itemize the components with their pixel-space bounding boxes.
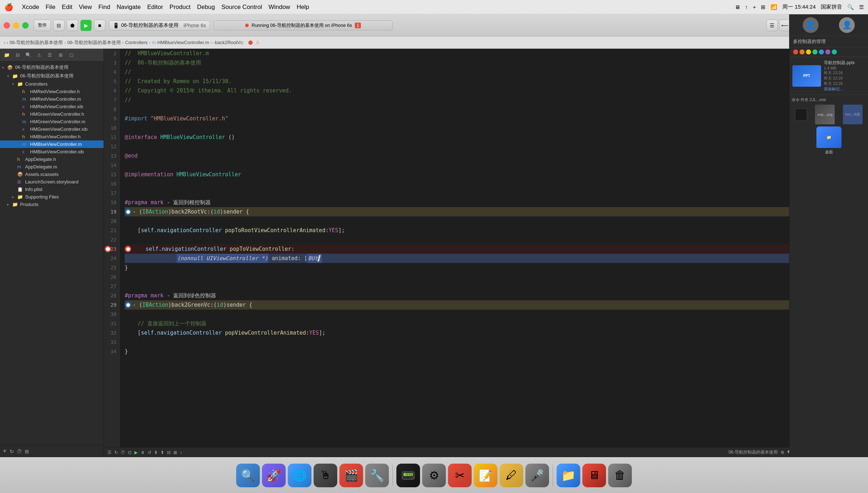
status-play-icon[interactable]: ▶: [134, 450, 138, 455]
menu-navigate[interactable]: Navigate: [117, 4, 141, 11]
status-icon4[interactable]: ⊡: [128, 450, 132, 455]
sidebar-item-products[interactable]: ▸ 📁 Products: [0, 201, 104, 208]
sidebar-item-launchscreen[interactable]: ⊞ LaunchScreen.storyboard: [0, 178, 104, 186]
color-dot-yellow[interactable]: [806, 49, 811, 54]
sidebar-item-hmred-xib[interactable]: x HMRedViewController.xib: [0, 103, 104, 110]
menu-list-icon[interactable]: ☰: [859, 4, 864, 10]
status-icon7[interactable]: ⊟: [167, 450, 171, 455]
sidebar-item-assets[interactable]: 📦 Assets.xcassets: [0, 171, 104, 178]
breadcrumb-part5[interactable]: -back2RootVc:: [214, 40, 244, 45]
run-btn[interactable]: ▶: [80, 20, 92, 31]
add-file-button[interactable]: +: [3, 447, 7, 455]
color-dot-orange[interactable]: [800, 49, 805, 54]
sidebar-item-hmblue-xib[interactable]: x HMBlueViewController.xib: [0, 148, 104, 155]
pptx-file-item[interactable]: PPT 导航控制器.pptx 1.4 MB 昨天 22:26 昨天 22:26 …: [792, 60, 865, 92]
dock-item-voice[interactable]: 🎤: [525, 464, 549, 487]
status-icon10[interactable]: ⚙: [781, 450, 784, 455]
breadcrumb-part4[interactable]: HMBlueViewController.m: [157, 40, 209, 45]
add-tag-link[interactable]: 添加标记...: [824, 86, 855, 92]
status-icon6[interactable]: ⬆: [161, 450, 164, 455]
dock-item-files[interactable]: 📁: [557, 464, 580, 487]
sidebar-folder-icon[interactable]: 📁: [2, 51, 11, 60]
dock-item-system-prefs[interactable]: ⚙: [422, 464, 446, 487]
close-button[interactable]: [4, 22, 10, 29]
dock-item-trash[interactable]: 🗑: [608, 464, 632, 487]
color-dot-blue[interactable]: [819, 49, 824, 54]
sidebar-item-supporting[interactable]: ▸ 📁 Supporting Files: [0, 193, 104, 201]
apple-logo-icon[interactable]: 🍎: [4, 3, 13, 11]
menu-file[interactable]: File: [46, 4, 55, 11]
color-dot-red[interactable]: [793, 49, 798, 54]
navigator-toggle[interactable]: ⊟: [53, 20, 65, 31]
status-icon5[interactable]: ⬇: [154, 450, 158, 455]
menu-help[interactable]: Help: [297, 4, 309, 11]
menu-find[interactable]: Find: [98, 4, 110, 11]
sidebar-search-icon[interactable]: 🔍: [24, 51, 33, 60]
breakpoint-btn[interactable]: ⬟: [67, 20, 78, 31]
menu-search-icon[interactable]: 🔍: [847, 4, 854, 10]
sidebar-item-hmred-h[interactable]: h HMRedViewController.h: [0, 88, 104, 95]
minimize-button[interactable]: [13, 22, 19, 29]
maximize-button[interactable]: [22, 22, 29, 29]
layout-btn1[interactable]: ☰: [766, 20, 778, 31]
dock-item-mouse[interactable]: 🖱: [314, 464, 337, 487]
menu-source-control[interactable]: Source Control: [221, 4, 262, 11]
dock-item-launchpad[interactable]: 🚀: [262, 464, 286, 487]
scheme-selector[interactable]: 📱 06-导航控制器的基本使用 iPhone 6s: [109, 20, 210, 30]
status-icon3[interactable]: ⏱: [121, 450, 125, 455]
sidebar-item-appdelegate-m[interactable]: m AppDelegate.m: [0, 163, 104, 171]
editor-content[interactable]: 2 3 4 5 6 7 8 9 10 11 12 13 14 15 16 17: [104, 49, 796, 447]
nav-prev[interactable]: ‹: [4, 40, 5, 45]
sidebar-item-hmgreen-m[interactable]: m HMGreenViewController.m: [0, 118, 104, 125]
sidebar-item-project-root[interactable]: ▾ 📦 06-导航控制器的基本使用: [0, 63, 104, 72]
breadcrumb-part2[interactable]: 06-导航控制器的基本使用: [67, 39, 121, 46]
breadcrumb-part1[interactable]: 06-导航控制器的基本使用: [10, 39, 63, 46]
sidebar-list-icon[interactable]: ⊞: [56, 51, 65, 60]
dock-item-media[interactable]: 🎬: [339, 464, 363, 487]
status-stop-icon[interactable]: ⏸: [140, 450, 145, 455]
desktop-folder[interactable]: 📁 桌面: [816, 126, 841, 155]
dock-item-pencil[interactable]: 🖊: [500, 464, 523, 487]
ios-item-thumb[interactable]: ios1...试题: [843, 105, 863, 124]
nav-next[interactable]: ›: [6, 40, 8, 45]
filter-icon[interactable]: ↻: [10, 449, 14, 454]
sidebar-item-hmred-m[interactable]: m HMRedViewController.m: [0, 95, 104, 103]
status-icon1[interactable]: ☰: [108, 450, 111, 455]
menu-edit[interactable]: Edit: [62, 4, 72, 11]
color-dot-green[interactable]: [812, 49, 817, 54]
dock-item-safari[interactable]: 🌐: [288, 464, 311, 487]
sidebar-warning-icon[interactable]: ⚠: [34, 51, 44, 60]
menu-xcode[interactable]: Xcode: [22, 4, 39, 11]
menu-debug[interactable]: Debug: [197, 4, 215, 11]
issues-icon[interactable]: ⊞: [25, 449, 29, 454]
dock-item-notes[interactable]: 📝: [474, 464, 497, 487]
sidebar-item-hmgreen-h[interactable]: h HMGreenViewController.h: [0, 110, 104, 118]
code-area[interactable]: // HMBlueViewController.m // 06-导航控制器的基本…: [120, 49, 796, 447]
history-icon[interactable]: ⏱: [17, 449, 22, 454]
stop-btn[interactable]: ■: [94, 20, 105, 31]
status-icon8[interactable]: ⊠: [173, 450, 177, 455]
menu-product[interactable]: Product: [170, 4, 191, 11]
color-dot-teal[interactable]: [832, 49, 837, 54]
snip-png-thumb[interactable]: snip....png: [815, 105, 835, 124]
menu-view[interactable]: View: [79, 4, 92, 11]
dock-item-terminal[interactable]: 📟: [396, 464, 420, 487]
status-rewind-icon[interactable]: ↺: [148, 450, 151, 455]
dock-item-xmind[interactable]: ✂: [448, 464, 472, 487]
menu-window[interactable]: Window: [268, 4, 290, 11]
breadcrumb-part3[interactable]: Controllers: [125, 40, 148, 45]
sidebar-item-infoplist[interactable]: 📋 Info.plist: [0, 186, 104, 193]
black-phone-thumb[interactable]: [795, 109, 807, 121]
color-dot-purple[interactable]: [825, 49, 830, 54]
dock-item-tools[interactable]: 🔧: [365, 464, 389, 487]
dock-item-screen[interactable]: 🖥: [582, 464, 606, 487]
status-icon9[interactable]: ↕: [180, 450, 182, 455]
sidebar-item-appdelegate-h[interactable]: h AppDelegate.h: [0, 155, 104, 163]
sidebar-item-hmblue-h[interactable]: h HMBlueViewController.h: [0, 133, 104, 140]
dock-item-finder[interactable]: 🔍: [236, 464, 260, 487]
sidebar-item-hmblue-m[interactable]: m HMBlueViewController.m: [0, 140, 104, 148]
stop-label[interactable]: 暂停: [34, 20, 51, 31]
sidebar-item-hmgreen-xib[interactable]: x HMGreenViewController.xib: [0, 125, 104, 133]
sidebar-item-controllers[interactable]: ▾ 📁 Controllers: [0, 80, 104, 88]
sidebar-item-folder-main[interactable]: ▾ 📁 06-导航控制器的基本使用: [0, 72, 104, 80]
